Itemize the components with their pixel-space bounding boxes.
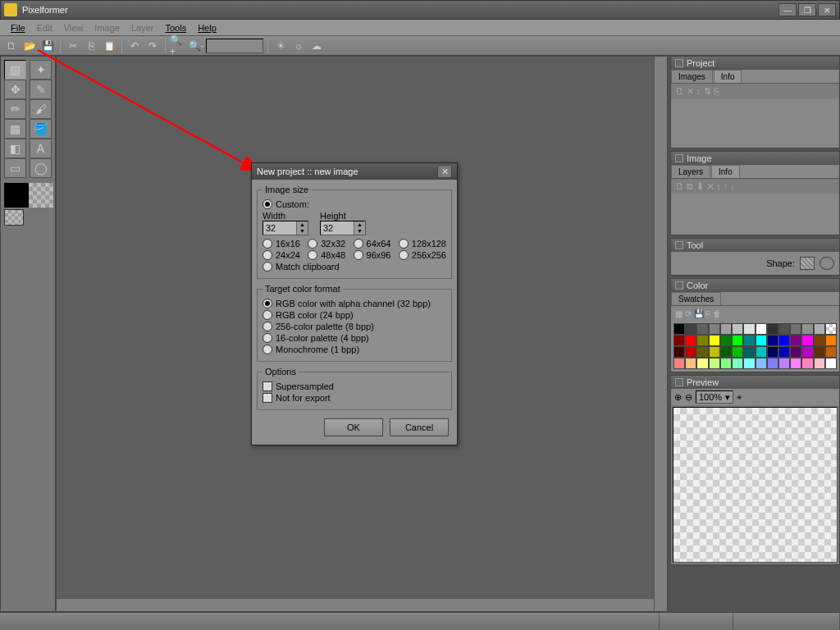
cut-button[interactable]: ✂ <box>65 38 81 54</box>
swatch[interactable] <box>685 346 696 358</box>
swatch[interactable] <box>801 358 813 369</box>
paste-button[interactable]: 📋 <box>101 38 117 54</box>
swatch[interactable] <box>709 323 720 335</box>
swatch[interactable] <box>825 346 837 358</box>
new-button[interactable]: 🗋 <box>3 38 20 54</box>
wand-tool[interactable]: ✦ <box>30 60 52 80</box>
swatch[interactable] <box>743 335 755 346</box>
shape-circle-option[interactable] <box>819 257 834 270</box>
swatch[interactable] <box>814 323 825 335</box>
dialog-close-button[interactable]: ✕ <box>437 165 452 178</box>
swatch[interactable] <box>778 358 790 369</box>
size-radio[interactable] <box>399 250 409 260</box>
format-radio[interactable] <box>262 299 272 308</box>
custom-radio[interactable] <box>262 199 272 209</box>
swatch[interactable] <box>720 346 732 358</box>
swatch[interactable] <box>767 323 778 335</box>
swatch[interactable] <box>709 358 720 369</box>
swatch[interactable] <box>673 335 685 346</box>
swatch[interactable] <box>720 323 732 335</box>
format-radio[interactable] <box>262 345 272 354</box>
size-radio[interactable] <box>308 239 317 249</box>
minimize-button[interactable]: — <box>778 3 797 16</box>
shape-rect-option[interactable] <box>800 257 815 270</box>
swatch[interactable] <box>709 346 720 358</box>
format-radio[interactable] <box>262 322 272 331</box>
menu-help[interactable]: Help <box>192 21 222 34</box>
swatch[interactable] <box>825 335 837 346</box>
swatch[interactable] <box>778 335 790 346</box>
swatch[interactable] <box>743 358 755 369</box>
swatch[interactable] <box>743 346 755 358</box>
eraser-tool[interactable]: ◧ <box>4 139 26 158</box>
match-clipboard-radio[interactable] <box>262 262 272 272</box>
swatch[interactable] <box>756 335 767 346</box>
marquee-tool[interactable]: ▧ <box>4 60 26 80</box>
swatch[interactable] <box>685 335 696 346</box>
eyedropper-tool[interactable]: ✎ <box>30 80 52 99</box>
swatch[interactable] <box>801 323 813 335</box>
swatch[interactable] <box>732 346 743 358</box>
swatch[interactable] <box>801 346 813 358</box>
swatch[interactable] <box>685 358 696 369</box>
center-icon[interactable]: ⌖ <box>737 392 742 403</box>
swatch[interactable] <box>732 323 743 335</box>
brightness-icon[interactable]: ☼ <box>290 38 307 54</box>
swatch[interactable] <box>801 335 813 346</box>
open-button[interactable]: 📂 <box>21 38 38 54</box>
swatch[interactable] <box>756 346 767 358</box>
size-radio[interactable] <box>354 250 363 260</box>
menu-file[interactable]: File <box>5 21 31 34</box>
ok-button[interactable]: OK <box>324 418 383 436</box>
swatch[interactable] <box>720 358 732 369</box>
swatch[interactable] <box>790 346 801 358</box>
zoom-in-icon[interactable]: ⊕ <box>674 392 682 403</box>
cloud-icon[interactable]: ☁ <box>308 38 325 54</box>
swatch[interactable] <box>767 335 778 346</box>
size-radio[interactable] <box>308 250 317 260</box>
format-radio[interactable] <box>262 333 272 343</box>
size-radio[interactable] <box>262 239 272 249</box>
copy-button[interactable]: ⎘ <box>83 38 99 54</box>
swatch[interactable] <box>685 323 696 335</box>
swatch[interactable] <box>743 323 755 335</box>
size-radio[interactable] <box>354 239 363 249</box>
width-input[interactable]: ▲▼ <box>262 221 308 235</box>
canvas-scrollbar-v[interactable] <box>654 57 667 611</box>
move-tool[interactable]: ✥ <box>4 80 26 99</box>
swatch[interactable] <box>673 346 685 358</box>
swatch[interactable] <box>709 335 720 346</box>
swatch[interactable] <box>756 323 767 335</box>
maximize-button[interactable]: ❐ <box>798 3 816 16</box>
size-radio[interactable] <box>262 250 272 260</box>
zoom-out-icon[interactable]: ⊖ <box>685 392 692 403</box>
swatch[interactable] <box>814 358 825 369</box>
tab-layers[interactable]: Layers <box>671 165 710 178</box>
swatch[interactable] <box>778 346 790 358</box>
swatch[interactable] <box>673 323 685 335</box>
undo-button[interactable]: ↶ <box>126 38 143 54</box>
tab-swatches[interactable]: Swatches <box>671 292 721 305</box>
ellipse-tool[interactable]: ◯ <box>30 158 52 178</box>
tab-image-info[interactable]: Info <box>711 165 740 178</box>
sun-icon[interactable]: ☀ <box>272 38 289 54</box>
swatch[interactable] <box>767 346 778 358</box>
not-for-export-checkbox[interactable] <box>262 393 272 403</box>
fill-tool[interactable]: 🪣 <box>30 119 52 139</box>
menu-tools[interactable]: Tools <box>159 21 192 34</box>
pencil-tool[interactable]: ✏ <box>4 99 26 119</box>
swatch[interactable] <box>778 323 790 335</box>
swatch[interactable] <box>756 358 767 369</box>
tab-images[interactable]: Images <box>671 70 713 83</box>
swatch[interactable] <box>696 358 708 369</box>
tab-info[interactable]: Info <box>714 70 742 83</box>
rect-tool[interactable]: ▭ <box>4 158 26 178</box>
height-input[interactable]: ▲▼ <box>320 221 366 235</box>
close-button[interactable]: ✕ <box>818 3 836 16</box>
swatch[interactable] <box>825 323 837 335</box>
swatch[interactable] <box>732 335 743 346</box>
swap-colors[interactable] <box>4 209 24 226</box>
format-radio[interactable] <box>262 310 272 320</box>
redo-button[interactable]: ↷ <box>144 38 161 54</box>
swatch[interactable] <box>673 358 685 369</box>
